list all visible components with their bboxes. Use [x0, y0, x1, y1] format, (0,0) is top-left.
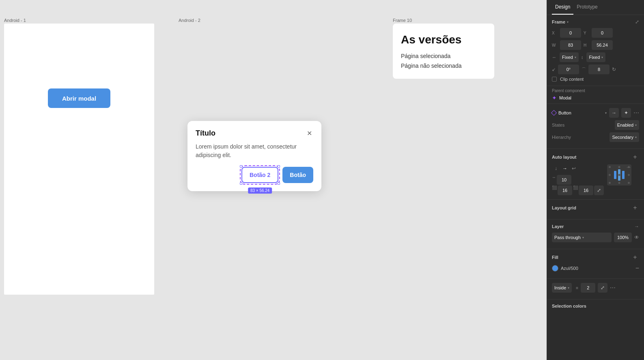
fill-remove-icon[interactable]: −: [635, 265, 639, 272]
fill-color-swatch[interactable]: [552, 265, 558, 272]
wh-row: W H: [552, 40, 639, 50]
tab-design[interactable]: Design: [552, 0, 573, 15]
selection-colors-title: Selection colors: [552, 304, 586, 308]
rotation-input[interactable]: [558, 65, 579, 74]
fill-color-name: Azul/500: [561, 266, 633, 271]
botao2-button[interactable]: Botão 2: [241, 167, 278, 183]
parent-component-row: ✦ Modal: [552, 95, 639, 101]
button-component-section: Button ▾ → ✦ ⋯ States Enabled ▾ Hierarch…: [547, 104, 644, 149]
x-input[interactable]: [560, 28, 581, 38]
auto-layout-title: Auto layout: [552, 155, 577, 160]
tab-prototype[interactable]: Prototype: [573, 0, 601, 15]
y-input[interactable]: [592, 28, 613, 38]
clip-row: Clip content: [552, 77, 639, 82]
padding-right-input[interactable]: [579, 185, 593, 195]
frame10-label: Frame 10: [393, 18, 412, 23]
parent-component-section: Parent component ✦ Modal: [547, 86, 644, 104]
al-more-icon[interactable]: ⋯: [627, 165, 631, 170]
frame-dropdown[interactable]: Frame ▾: [552, 19, 569, 24]
y-label: Y: [584, 31, 589, 35]
frame10-item-1: Página selecionada: [401, 51, 486, 61]
auto-layout-content: ↓ → ↩ ↔ ⬛ ⬛ ⤢: [552, 164, 639, 195]
height-mode-dropdown[interactable]: Fixed ▾: [586, 52, 605, 62]
states-chevron-icon: ▾: [635, 123, 637, 127]
width-mode-dropdown[interactable]: Fixed ▾: [560, 52, 579, 62]
layout-grid-title: Layout grid: [552, 205, 576, 210]
padding-left-input[interactable]: [558, 185, 572, 195]
arrow-right-icon[interactable]: →: [561, 164, 569, 172]
al-dot-center: [618, 174, 620, 176]
h-input[interactable]: [592, 40, 613, 50]
rotation-corner-row: ↙ ⌒ ↻: [552, 65, 639, 74]
auto-layout-arrows: ↓ → ↩ ↔ ⬛ ⬛ ⤢: [552, 164, 604, 195]
padding-right-icon: ⬛: [573, 185, 578, 195]
clip-content-checkbox[interactable]: [552, 77, 557, 82]
handle-tr: [278, 165, 280, 168]
states-label: States: [552, 123, 612, 127]
padding-more-icon[interactable]: ⤢: [594, 185, 604, 195]
component-icon: ✦: [552, 95, 557, 101]
handle-tl: [240, 165, 242, 168]
stroke-value-input[interactable]: [581, 283, 595, 293]
padding-row: ⬛ ⬛ ⤢: [552, 185, 604, 195]
arrow-wrap-icon[interactable]: ↩: [570, 164, 578, 172]
hierarchy-dropdown[interactable]: Secondary ▾: [610, 132, 639, 142]
w-input[interactable]: [560, 40, 581, 50]
arrow-down-icon[interactable]: ↓: [552, 164, 560, 172]
rotate-icon[interactable]: ↻: [612, 67, 616, 72]
button-more-icon[interactable]: ⋯: [633, 110, 639, 116]
clip-content-label: Clip content: [560, 77, 584, 82]
fill-title: Fill: [552, 255, 558, 260]
frame10-item-2: Página não selecionada: [401, 61, 486, 71]
layout-grid-add-icon[interactable]: +: [631, 204, 639, 212]
auto-layout-add-icon[interactable]: +: [631, 153, 639, 161]
arrow-row1: ↓ → ↩: [552, 164, 604, 172]
selection-colors-section: Selection colors: [547, 300, 644, 316]
states-row: States Enabled ▾: [552, 120, 639, 130]
button2-wrapper: Botão 2 83 × 56.24: [241, 167, 278, 183]
modal-footer: Botão 2 83 × 56.24 Botão: [196, 167, 313, 183]
parent-component-name[interactable]: Modal: [559, 95, 571, 100]
selection-colors-header: Selection colors: [552, 304, 639, 308]
handle-bl: [240, 182, 242, 185]
parent-component-label: Parent component: [552, 88, 639, 93]
gap-input[interactable]: [557, 175, 571, 185]
states-dropdown[interactable]: Enabled ▾: [615, 120, 639, 130]
modal-close-button[interactable]: ✕: [305, 129, 313, 138]
opacity-input[interactable]: [614, 233, 632, 242]
stroke-bar-icon: ≡: [576, 286, 578, 290]
botao-button[interactable]: Botão: [282, 167, 313, 183]
stroke-inside-dropdown[interactable]: Inside ▾: [552, 283, 572, 293]
auto-layout-section: Auto layout + ↓ → ↩ ↔ ⬛ ⬛: [547, 149, 644, 200]
fill-header: Fill +: [552, 253, 639, 261]
al-dot-bl: [609, 182, 611, 184]
stroke-resize-icon[interactable]: ⤢: [598, 283, 607, 293]
width-arrow-icon: ↔: [552, 55, 556, 60]
button-component-row: Button ▾ → ✦ ⋯: [552, 108, 639, 118]
button-add-icon[interactable]: ✦: [621, 108, 631, 118]
corner-input[interactable]: [588, 65, 610, 74]
stroke-row: Inside ▾ ≡ ⤢ ⋯: [552, 283, 639, 293]
fill-color-row: Azul/500 −: [552, 265, 639, 272]
al-dot-br: [628, 182, 630, 184]
layer-go-icon[interactable]: →: [634, 224, 639, 229]
resize-icon[interactable]: ⤢: [635, 19, 639, 25]
padding-left-icon: ⬛: [552, 185, 557, 195]
height-mode-chevron-icon: ▾: [601, 56, 603, 59]
button-go-icon[interactable]: →: [609, 108, 619, 118]
modal-header: Título ✕: [196, 129, 313, 138]
fill-add-icon[interactable]: +: [631, 253, 639, 261]
corner-label: ⌒: [582, 67, 586, 73]
layer-blend-row: Pass through ▾ 👁: [552, 233, 639, 242]
layout-grid-header: Layout grid +: [552, 204, 639, 212]
modal-body: Lorem ipsum dolor sit amet, consectetur …: [196, 142, 313, 160]
stroke-more-icon[interactable]: ⋯: [610, 285, 616, 291]
button-component-name[interactable]: Button: [558, 110, 603, 115]
abrir-modal-button[interactable]: Abrir modal: [48, 88, 110, 108]
frame-section-header: Frame ▾ ⤢: [552, 19, 639, 25]
blend-mode-dropdown[interactable]: Pass through ▾: [552, 233, 612, 242]
size-tooltip: 83 × 56.24: [248, 188, 272, 194]
hierarchy-chevron-icon: ▾: [635, 136, 637, 139]
fill-section: Fill + Azul/500 −: [547, 249, 644, 279]
visibility-eye-icon[interactable]: 👁: [634, 235, 639, 240]
